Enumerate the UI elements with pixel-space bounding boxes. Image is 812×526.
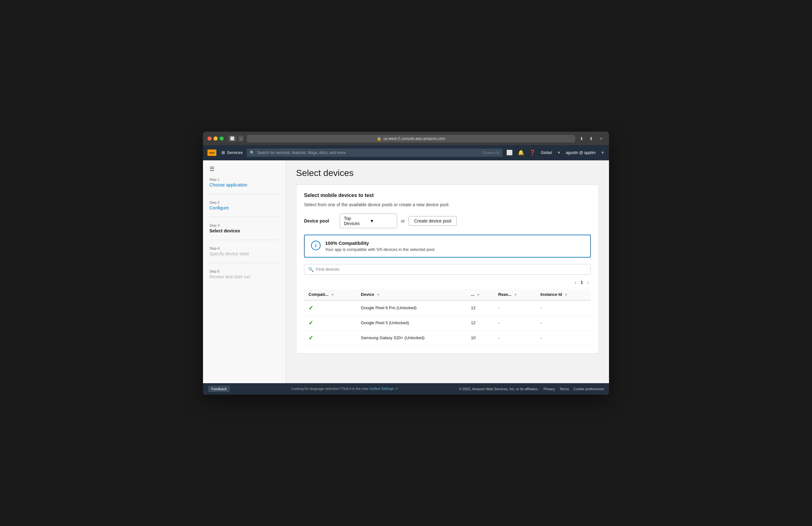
instance-cell: - [536,300,591,316]
step3-number: Step 3 [209,224,279,227]
aws-navbar: aws ⊞ Services 🔍 Search for services, fe… [203,145,609,160]
step1-item: Step 1 Choose application [209,177,279,194]
help-icon[interactable]: ❓ [529,150,536,156]
compatibility-banner: i 100% Compatibility Your app is compati… [304,234,591,258]
step5-label: Review and start run [209,274,279,279]
main-content: ☰ Step 1 Choose application Step 2 Confi… [203,160,609,383]
nav-services-menu[interactable]: ⊞ Services [221,150,243,155]
browser-window: ⬜ ‹ 🔒 us-west-2.console.aws.amazon.com ⬇… [203,132,609,395]
traffic-lights [207,137,224,141]
device-cell: Google Pixel 6 Pro (Unlocked) [356,300,466,316]
step4-label: Specify device state [209,251,279,256]
device-sort-icon: ▼ [377,293,380,297]
back-btn[interactable]: ‹ [238,136,244,142]
step3-item: Step 3 Select devices [209,224,279,240]
step3-label: Select devices [209,228,279,233]
browser-controls: ⬜ ‹ [228,136,244,142]
table-row: ✓ Google Pixel 6 Pro (Unlocked) 12 - - [304,300,591,316]
compat-cell: ✓ [304,330,356,345]
device-pool-label: Device pool [304,218,336,224]
feedback-button[interactable]: Feedback [208,386,230,392]
footer: Feedback Looking for language selection?… [203,383,609,395]
col-compat-header[interactable]: Compati... ▼ [304,289,356,300]
table-row: ✓ Samsung Galaxy S20+ (Unlocked) 10 - - [304,330,591,345]
url-text: us-west-2.console.aws.amazon.com [383,137,445,141]
check-icon: ✓ [308,320,313,326]
compat-title: 100% Compatibility [325,240,435,246]
terminal-icon[interactable]: ⬜ [506,150,513,156]
sidebar: ☰ Step 1 Choose application Step 2 Confi… [203,160,286,383]
search-shortcut: [Option+S] [483,151,499,155]
table-header-row: Compati... ▼ Device ▼ ... ▼ [304,289,591,300]
reason-sort-icon: ▼ [514,293,517,297]
step2-link[interactable]: Configure [209,205,279,210]
privacy-link[interactable]: Privacy [544,387,555,391]
create-pool-button[interactable]: Create device pool [408,216,457,226]
close-traffic-light[interactable] [207,137,212,141]
next-page-button[interactable]: › [585,279,591,286]
step5-item: Step 5 Review and start run [209,269,279,286]
pagination-row: ‹ 1 › [304,279,591,286]
hamburger-icon[interactable]: ☰ [209,166,279,172]
extra-cell: 12 [466,300,494,316]
step4-number: Step 4 [209,246,279,250]
minimize-traffic-light[interactable] [214,137,218,141]
address-bar[interactable]: 🔒 us-west-2.console.aws.amazon.com [247,135,575,142]
section-card: Select mobile devices to test Select fro… [296,185,599,354]
device-pool-dropdown[interactable]: Top Devices ▼ [340,214,397,228]
table-row: ✓ Google Pixel 5 (Unlocked) 12 - - [304,315,591,330]
compat-cell: ✓ [304,315,356,330]
prev-page-button[interactable]: ‹ [573,279,578,286]
device-search-input[interactable] [316,267,587,272]
download-btn[interactable]: ⬇ [578,136,585,142]
device-search-bar[interactable]: 🔍 [304,264,591,275]
step1-link[interactable]: Choose application [209,182,279,187]
reason-cell: - [494,315,536,330]
device-cell: Samsung Galaxy S20+ (Unlocked) [356,330,466,345]
or-text: or [401,218,405,224]
extra-cell: 10 [466,330,494,345]
device-pool-row: Device pool Top Devices ▼ or Create devi… [304,214,591,228]
page-title: Select devices [296,168,599,178]
col-device-header[interactable]: Device ▼ [356,289,466,300]
reason-cell: - [494,300,536,316]
user-menu[interactable]: agustin @ apptim [566,151,596,155]
grid-icon: ⊞ [221,150,225,155]
nav-search-bar[interactable]: 🔍 Search for services, features, blogs, … [247,148,503,157]
step1-number: Step 1 [209,177,279,181]
footer-language-text: Looking for language selection? Find it … [235,387,454,391]
compat-sort-icon: ▼ [331,293,334,297]
services-label: Services [227,150,243,155]
browser-actions: ⬇ ⬆ ＋ [578,135,605,142]
new-tab-btn[interactable]: ＋ [597,135,605,142]
device-pool-value: Top Devices [344,216,367,226]
bell-icon[interactable]: 🔔 [518,150,524,156]
search-icon: 🔍 [308,267,314,272]
step5-number: Step 5 [209,269,279,273]
chevron-down-icon: ▼ [370,218,393,224]
external-link-icon: ↗ [395,387,398,390]
check-icon: ✓ [308,335,313,341]
compat-text: 100% Compatibility Your app is compatibl… [325,240,435,252]
section-title: Select mobile devices to test [304,193,591,198]
search-icon: 🔍 [250,151,255,155]
col-reason-header[interactable]: Reas... ▼ [494,289,536,300]
step4-item: Step 4 Specify device state [209,246,279,263]
page-content: Select devices Select mobile devices to … [286,160,609,383]
aws-logo-box: aws [207,150,216,156]
col-instance-header[interactable]: Instance Id ▼ [536,289,591,300]
compat-cell: ✓ [304,300,356,316]
col-extra-header[interactable]: ... ▼ [466,289,494,300]
terms-link[interactable]: Terms [560,387,569,391]
cookie-link[interactable]: Cookie preferences [574,387,604,391]
device-table-body: ✓ Google Pixel 6 Pro (Unlocked) 12 - - ✓… [304,300,591,345]
share-btn[interactable]: ⬆ [588,136,594,142]
device-table: Compati... ▼ Device ▼ ... ▼ [304,289,591,345]
unified-settings-link[interactable]: Unified Settings [369,387,394,390]
sidebar-toggle-btn[interactable]: ⬜ [228,136,236,142]
step2-item: Step 2 Configure [209,200,279,217]
compat-desc: Your app is compatible with 5/5 devices … [325,247,435,252]
region-selector[interactable]: Global [541,151,552,155]
reason-cell: - [494,330,536,345]
maximize-traffic-light[interactable] [220,137,224,141]
